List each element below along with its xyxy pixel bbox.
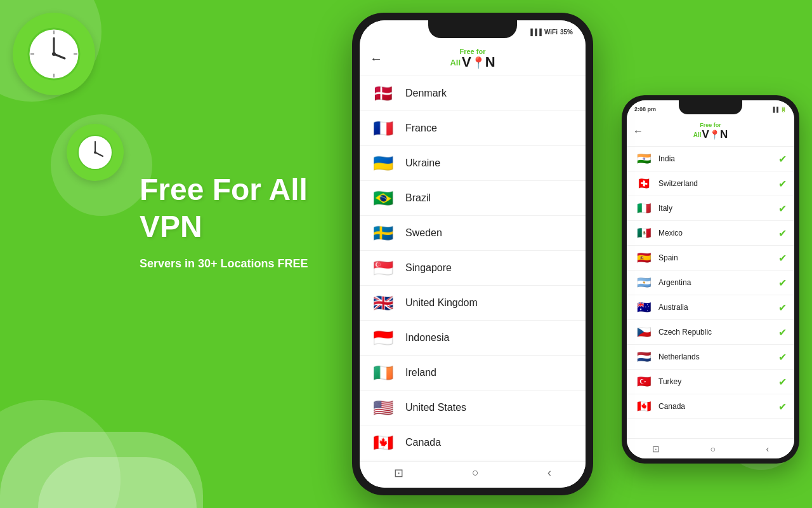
sec-signal-icon: ▐▐ bbox=[771, 107, 778, 112]
list-item[interactable]: 🇺🇸 United States bbox=[360, 391, 586, 425]
secondary-phone-screen: 2:08 pm ▐▐ 🔋 ← Free for All V📍N bbox=[627, 100, 794, 458]
list-item[interactable]: 🇮🇪 Ireland bbox=[360, 356, 586, 391]
svg-point-3 bbox=[52, 52, 56, 56]
list-item[interactable]: 🇨🇦 Canada ✔ bbox=[627, 394, 794, 419]
sec-country-flag: 🇦🇷 bbox=[634, 276, 653, 290]
sec-battery-icon: 🔋 bbox=[780, 107, 787, 112]
list-item[interactable]: 🇨🇭 Switzerland ✔ bbox=[627, 171, 794, 196]
signal-icon: ▐▐▐ bbox=[528, 29, 542, 36]
phone-notch-sec bbox=[679, 100, 742, 114]
list-item[interactable]: 🇨🇿 Czech Republic ✔ bbox=[627, 320, 794, 345]
sec-country-flag: 🇨🇭 bbox=[634, 177, 653, 190]
sec-bottom-nav: ⊡ ○ ‹ bbox=[627, 438, 794, 458]
sec-country-flag: 🇳🇱 bbox=[634, 350, 653, 364]
sec-country-name: Turkey bbox=[658, 377, 773, 386]
list-item[interactable]: 🇮🇩 Indonesia bbox=[360, 321, 586, 356]
back-button[interactable]: ← bbox=[370, 51, 383, 66]
country-flag: 🇬🇧 bbox=[370, 293, 396, 312]
list-item[interactable]: 🇸🇪 Sweden bbox=[360, 216, 586, 251]
country-flag: 🇺🇦 bbox=[370, 154, 396, 173]
country-name: Canada bbox=[405, 437, 441, 448]
country-name: Singapore bbox=[405, 262, 452, 274]
country-name: Brazil bbox=[405, 192, 431, 204]
nav-home-icon[interactable]: ⊡ bbox=[394, 466, 403, 480]
sec-country-list[interactable]: 🇮🇳 India ✔ 🇨🇭 Switzerland ✔ 🇮🇹 Italy ✔ 🇲… bbox=[627, 147, 794, 419]
list-item[interactable]: 🇺🇦 Ukraine bbox=[360, 146, 586, 181]
sec-country-flag: 🇹🇷 bbox=[634, 375, 653, 389]
sec-logo-vpn: V📍N bbox=[702, 128, 728, 141]
sec-logo-bottom: All V📍N bbox=[693, 128, 728, 141]
country-name: Ukraine bbox=[405, 157, 440, 169]
list-item[interactable]: 🇲🇽 Mexico ✔ bbox=[627, 221, 794, 246]
wifi-icon: WiFi bbox=[544, 29, 558, 36]
bottom-nav-main: ⊡ ○ ‹ bbox=[360, 461, 586, 488]
check-icon: ✔ bbox=[778, 401, 787, 413]
country-flag: 🇺🇸 bbox=[370, 398, 396, 417]
app-subtitle: Servers in 30+ Locations FREE bbox=[140, 257, 343, 271]
country-flag: 🇸🇪 bbox=[370, 224, 396, 243]
app-tagline-title: Free For All VPN bbox=[140, 171, 343, 244]
sec-country-flag: 🇲🇽 bbox=[634, 226, 653, 240]
check-icon: ✔ bbox=[778, 227, 787, 239]
list-item[interactable]: 🇨🇦 Canada bbox=[360, 425, 586, 460]
check-icon: ✔ bbox=[778, 326, 787, 338]
sec-country-name: Canada bbox=[658, 402, 773, 411]
sec-country-flag: 🇮🇹 bbox=[634, 201, 653, 215]
list-item[interactable]: 🇮🇳 India ✔ bbox=[627, 147, 794, 171]
country-list-main[interactable]: 🇩🇰 Denmark 🇫🇷 France 🇺🇦 Ukraine 🇧🇷 Brazi… bbox=[360, 76, 586, 474]
list-item[interactable]: 🇪🇸 Spain ✔ bbox=[627, 246, 794, 271]
check-icon: ✔ bbox=[778, 252, 787, 264]
list-item[interactable]: 🇧🇷 Brazil bbox=[360, 181, 586, 216]
left-content-area: Free For All VPN Servers in 30+ Location… bbox=[140, 171, 343, 271]
sec-back-button[interactable]: ← bbox=[633, 126, 643, 137]
list-item[interactable]: 🇳🇱 Netherlands ✔ bbox=[627, 345, 794, 370]
clock-icon-small bbox=[67, 124, 124, 181]
sec-nav-circle[interactable]: ○ bbox=[710, 444, 715, 454]
sec-country-flag: 🇨🇦 bbox=[634, 399, 653, 413]
sec-status-time: 2:08 pm bbox=[634, 106, 656, 112]
app-header-main: ← Free for All V📍N bbox=[360, 43, 586, 76]
status-icons: ▐▐▐ WiFi 35% bbox=[528, 29, 573, 36]
list-item[interactable]: 🇹🇷 Turkey ✔ bbox=[627, 370, 794, 394]
list-item[interactable]: 🇩🇰 Denmark bbox=[360, 76, 586, 111]
phone-notch-main bbox=[428, 20, 517, 38]
sec-country-name: Czech Republic bbox=[658, 328, 773, 337]
country-flag: 🇧🇷 bbox=[370, 189, 396, 208]
list-item[interactable]: 🇫🇷 France bbox=[360, 111, 586, 146]
list-item[interactable]: 🇦🇺 Australia ✔ bbox=[627, 295, 794, 320]
check-icon: ✔ bbox=[778, 203, 787, 215]
sec-country-name: Australia bbox=[658, 303, 773, 312]
secondary-phone: 2:08 pm ▐▐ 🔋 ← Free for All V📍N bbox=[622, 95, 799, 464]
list-item[interactable]: 🇸🇬 Singapore bbox=[360, 251, 586, 286]
nav-circle-icon[interactable]: ○ bbox=[472, 466, 479, 479]
sec-nav-back[interactable]: ‹ bbox=[766, 444, 769, 454]
check-icon: ✔ bbox=[778, 351, 787, 363]
country-flag: 🇫🇷 bbox=[370, 119, 396, 138]
sec-country-name: Spain bbox=[658, 253, 773, 262]
list-item[interactable]: 🇦🇷 Argentina ✔ bbox=[627, 271, 794, 295]
sec-country-name: Netherlands bbox=[658, 352, 773, 361]
nav-back-icon[interactable]: ‹ bbox=[547, 466, 551, 479]
country-name: United Kingdom bbox=[405, 297, 478, 309]
battery-icon: 35% bbox=[560, 29, 573, 36]
check-icon: ✔ bbox=[778, 302, 787, 314]
country-name: Denmark bbox=[405, 88, 447, 99]
sec-country-name: Switzerland bbox=[658, 179, 773, 188]
bg-cloud-2 bbox=[38, 457, 197, 508]
country-flag: 🇸🇬 bbox=[370, 258, 396, 277]
list-item[interactable]: 🇬🇧 United Kingdom bbox=[360, 286, 586, 321]
svg-point-11 bbox=[94, 151, 96, 154]
logo-vpn-text: V📍N bbox=[462, 55, 495, 69]
country-name: United States bbox=[405, 402, 466, 413]
country-flag: 🇩🇰 bbox=[370, 84, 396, 103]
country-flag: 🇨🇦 bbox=[370, 433, 396, 452]
country-name: France bbox=[405, 123, 437, 134]
country-name: Sweden bbox=[405, 227, 442, 239]
list-item[interactable]: 🇮🇹 Italy ✔ bbox=[627, 196, 794, 221]
sec-app-header: ← Free for All V📍N bbox=[627, 118, 794, 147]
main-phone: ▐▐▐ WiFi 35% ← Free for All V📍N bbox=[352, 13, 593, 495]
sec-nav-home[interactable]: ⊡ bbox=[652, 444, 660, 454]
sec-country-name: Italy bbox=[658, 204, 773, 213]
sec-logo-all: All bbox=[693, 131, 702, 138]
main-phone-screen: ▐▐▐ WiFi 35% ← Free for All V📍N bbox=[360, 20, 586, 488]
